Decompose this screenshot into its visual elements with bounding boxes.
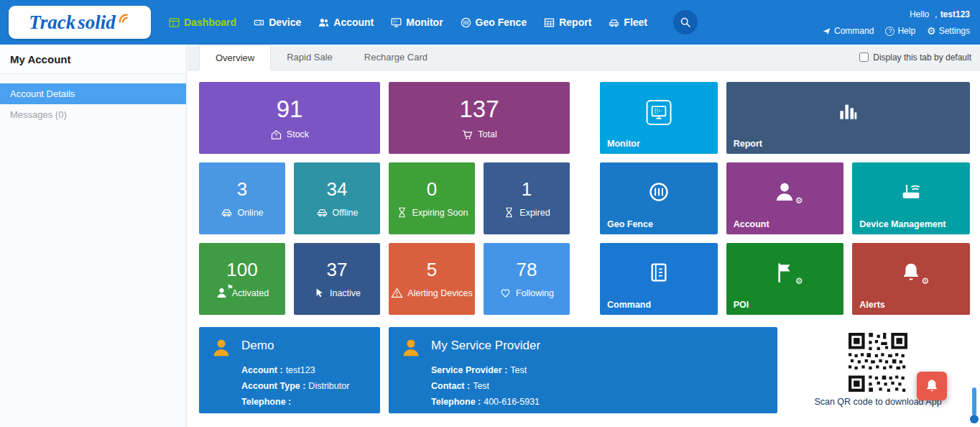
- shortcut-label: Alerts: [859, 300, 884, 310]
- shortcut-tile-account[interactable]: ⚙ Account: [726, 162, 844, 234]
- alerts-floating-button[interactable]: [917, 372, 947, 400]
- stat-label: Offline: [333, 208, 359, 218]
- nav-item-fleet[interactable]: Fleet: [608, 17, 647, 29]
- card-field: Telephone :: [241, 397, 369, 407]
- shortcut-label: Account: [734, 219, 769, 229]
- command-label: Command: [834, 26, 874, 36]
- field-key: Account :: [241, 365, 283, 375]
- car-icon: [221, 206, 233, 219]
- shortcut-tile-poi[interactable]: ⚙ POI: [726, 243, 844, 315]
- stat-label: Alerting Devices: [407, 288, 472, 298]
- nav-label: Device: [269, 17, 301, 28]
- stat-tile-offline[interactable]: 34 Offline: [294, 162, 380, 234]
- settings-label: Settings: [939, 26, 970, 36]
- main-panel: Overview Rapid Sale Recharge Card Displa…: [188, 45, 980, 427]
- flag-icon: ⚙: [773, 261, 796, 287]
- field-value: Test: [510, 365, 527, 375]
- stat-tile-following[interactable]: 78 Following: [484, 243, 570, 315]
- stat-tile-alerting-devices[interactable]: 5 Alerting Devices: [389, 243, 475, 315]
- person-gear-icon: ⚙: [773, 180, 796, 206]
- field-key: Service Provider :: [431, 365, 507, 375]
- shortcut-label: Monitor: [607, 139, 640, 149]
- stat-value: 37: [327, 259, 348, 281]
- stat-label: Inactive: [330, 288, 361, 298]
- stat-value: 78: [517, 259, 537, 281]
- device-icon: [253, 17, 265, 29]
- stat-tile-activated[interactable]: 100 ⚑Activated: [199, 243, 285, 315]
- field-value: 400-616-5931: [484, 397, 540, 407]
- display-default-checkbox[interactable]: [859, 52, 869, 62]
- stat-value: 0: [427, 178, 437, 201]
- service-provider-card: My Service Provider Service Provider :Te…: [389, 327, 777, 413]
- nav-item-geofence[interactable]: Geo Fence: [460, 17, 527, 29]
- settings-link[interactable]: ⚙Settings: [927, 26, 970, 36]
- search-icon: [679, 16, 692, 29]
- nav-item-account[interactable]: Account: [318, 17, 374, 29]
- qr-code: [849, 333, 907, 392]
- shortcut-label: Command: [607, 300, 651, 310]
- card-field: Telephone :400-616-5931: [431, 397, 766, 407]
- bar-chart-icon: [836, 100, 859, 123]
- tracksolid-logo[interactable]: Tracksolid: [9, 6, 151, 39]
- tab-overview[interactable]: Overview: [199, 45, 271, 70]
- report-table-icon: [543, 17, 555, 29]
- nav-item-report[interactable]: Report: [543, 17, 591, 29]
- nav-item-device[interactable]: Device: [253, 17, 301, 29]
- stat-tile-expiring-soon[interactable]: 0 Expiring Soon: [389, 162, 475, 234]
- nav-label: Dashboard: [184, 17, 236, 28]
- help-link[interactable]: ?Help: [885, 26, 915, 36]
- car-icon: [316, 206, 328, 219]
- shortcut-tile-device-management[interactable]: Device Management: [852, 162, 970, 234]
- command-link[interactable]: Command: [822, 26, 874, 36]
- stat-value: 137: [459, 96, 499, 123]
- shortcut-tile-alerts[interactable]: ⚙ Alerts: [852, 243, 970, 315]
- stat-tile-total[interactable]: 137 Total: [389, 82, 570, 154]
- top-navigation-bar: Tracksolid Dashboard Device Account Moni…: [0, 0, 980, 45]
- search-button[interactable]: [673, 10, 698, 35]
- dashboard-content: 91 Stock 137 Total 3 Online 34 Offline 0: [188, 70, 980, 413]
- greeting-text: Hello ，: [910, 9, 940, 19]
- shortcut-tile-monitor[interactable]: Monitor: [600, 82, 718, 154]
- sidebar-item-messages[interactable]: Messages (0): [0, 104, 186, 125]
- warning-icon: [391, 287, 403, 299]
- logo-text-solid: solid: [78, 12, 116, 34]
- card-field: Account Type :Distributor: [241, 381, 369, 391]
- sidebar-item-account-details[interactable]: Account Details: [0, 83, 186, 104]
- stat-value: 34: [327, 178, 348, 201]
- person-flag-icon: ⚑: [216, 287, 228, 299]
- field-value: Test: [473, 381, 489, 391]
- tab-rapid-sale[interactable]: Rapid Sale: [271, 45, 348, 70]
- shortcut-label: Geo Fence: [607, 219, 653, 229]
- display-default-label: Display this tab by default: [873, 52, 971, 63]
- scroll-indicator[interactable]: [970, 387, 979, 423]
- stat-tile-inactive[interactable]: 37 Inactive: [294, 243, 380, 315]
- bell-icon: [924, 378, 940, 394]
- field-key: Account Type :: [241, 381, 305, 391]
- shortcut-tile-report[interactable]: Report: [726, 82, 970, 154]
- tab-recharge-card[interactable]: Recharge Card: [348, 45, 443, 70]
- stat-value: 3: [237, 178, 247, 201]
- card-field: Contact :Test: [431, 381, 766, 391]
- field-value: Distributor: [308, 381, 349, 391]
- bell-gear-icon: ⚙: [900, 261, 923, 287]
- dashboard-icon: [168, 17, 180, 29]
- stat-value: 91: [277, 96, 303, 123]
- hourglass-icon: [396, 206, 408, 219]
- sidebar-title: My Account: [0, 45, 186, 74]
- stat-tile-online[interactable]: 3 Online: [199, 162, 285, 234]
- stat-tile-stock[interactable]: 91 Stock: [199, 82, 380, 154]
- shortcut-label: POI: [734, 300, 749, 310]
- nav-item-monitor[interactable]: Monitor: [390, 17, 443, 29]
- car-icon: [608, 17, 620, 29]
- heart-icon: [499, 287, 512, 299]
- cart-icon: [461, 129, 473, 141]
- stat-label: Expired: [519, 208, 550, 218]
- shortcut-tile-command[interactable]: Command: [600, 243, 718, 315]
- scroll-bulb: [970, 415, 979, 423]
- field-value: test123: [286, 365, 315, 375]
- nav-item-dashboard[interactable]: Dashboard: [168, 17, 236, 29]
- shortcut-tile-geofence[interactable]: Geo Fence: [600, 162, 718, 234]
- shortcuts-grid: Monitor Report Geo Fence ⚙ Account Devic…: [600, 82, 970, 315]
- stat-tile-expired[interactable]: 1 Expired: [484, 162, 570, 234]
- username[interactable]: test123: [940, 9, 970, 19]
